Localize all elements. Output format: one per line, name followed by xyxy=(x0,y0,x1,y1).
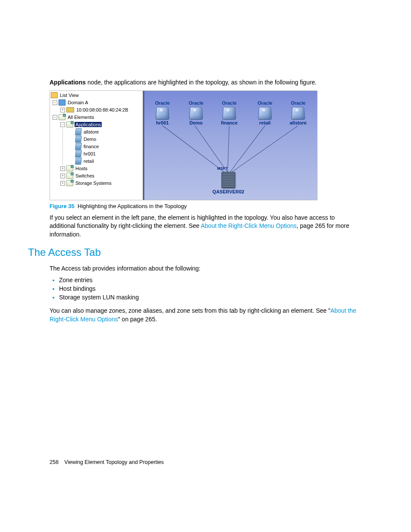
folder-icon xyxy=(66,173,73,179)
heading-access-tab: The Access Tab xyxy=(28,246,360,258)
link-right-click-menu-options[interactable]: About the Right-Click Menu Options xyxy=(201,222,297,229)
access-tab-closing: You can also manage zones, zone aliases,… xyxy=(50,307,360,324)
page-number: 258 xyxy=(50,459,59,465)
tree-hosts[interactable]: + Hosts xyxy=(50,165,143,172)
tree-all-elements[interactable]: − All Elements xyxy=(50,114,143,121)
collapse-icon[interactable]: − xyxy=(53,100,57,105)
tree-switch-wwn[interactable]: + 10:00:08:00:88:40:24:2B xyxy=(50,106,143,114)
database-icon xyxy=(156,107,170,120)
switch-icon xyxy=(66,107,74,112)
expand-icon[interactable]: + xyxy=(60,181,65,186)
folder-icon xyxy=(59,114,65,120)
topology-canvas[interactable]: Oracle hr001 Oracle Demo Oracle finance … xyxy=(143,91,317,200)
applications-bold: Applications xyxy=(50,79,86,86)
tree-app-finance[interactable]: finance xyxy=(50,143,143,150)
tree-view-panel[interactable]: List View − Domain A + 10:00:08:00:88:40… xyxy=(50,91,143,200)
tree-domain-a[interactable]: − Domain A xyxy=(50,99,143,106)
topology-node-allstore[interactable]: Oracle allstore xyxy=(283,100,313,125)
topology-node-hr001[interactable]: Oracle hr001 xyxy=(147,100,177,125)
domain-icon xyxy=(59,100,65,106)
server-name-label: QASERVER02 xyxy=(207,189,250,194)
database-icon xyxy=(291,107,305,120)
collapse-icon[interactable]: − xyxy=(53,115,57,120)
application-icon xyxy=(75,150,82,157)
tree-app-demo[interactable]: Demo xyxy=(50,136,143,143)
figure-35: List View − Domain A + 10:00:08:00:88:40… xyxy=(50,90,318,200)
folder-icon xyxy=(66,121,73,128)
chapter-title: Viewing Element Topology and Properties xyxy=(64,459,164,465)
list-item: Storage system LUN masking xyxy=(59,294,360,301)
database-icon xyxy=(258,107,272,120)
list-item: Host bindings xyxy=(59,285,360,292)
topology-edge xyxy=(227,125,265,176)
folder-icon xyxy=(66,180,73,186)
expand-icon[interactable]: + xyxy=(60,166,65,171)
paragraph-after-figure: If you select an element in the left pan… xyxy=(50,214,360,239)
tree-root[interactable]: List View xyxy=(50,92,143,99)
server-icon xyxy=(221,172,235,188)
collapse-icon[interactable]: − xyxy=(60,122,65,127)
tree-applications[interactable]: − Applications xyxy=(50,121,143,128)
tree-app-retail[interactable]: retail xyxy=(50,158,143,165)
topology-node-retail[interactable]: Oracle retail xyxy=(250,100,280,125)
tree-storage-systems[interactable]: + Storage Systems xyxy=(50,180,143,187)
topology-node-server[interactable]: QASERVER02 xyxy=(207,172,250,194)
figure-number: Figure 35 xyxy=(50,203,75,209)
application-icon xyxy=(75,136,82,143)
tree-app-allstore[interactable]: allstore xyxy=(50,128,143,136)
topology-node-demo[interactable]: Oracle Demo xyxy=(181,100,211,125)
expand-icon[interactable]: + xyxy=(60,174,65,178)
list-item: Zone entries xyxy=(59,277,360,283)
figure-caption-text: Highlighting the Applications in the Top… xyxy=(78,203,187,209)
application-icon xyxy=(75,158,82,165)
access-tab-bullets: Zone entries Host bindings Storage syste… xyxy=(50,277,360,301)
intro-rest: node, the applications are highlighted i… xyxy=(86,79,317,86)
list-view-icon xyxy=(51,92,58,98)
tree-switches[interactable]: + Switches xyxy=(50,172,143,180)
page-footer: 258 Viewing Element Topology and Propert… xyxy=(50,459,164,465)
server-vendor-badge: MSFT xyxy=(217,166,228,171)
application-icon xyxy=(75,128,82,135)
database-icon xyxy=(189,107,203,120)
tree-app-hr001[interactable]: hr001 xyxy=(50,150,143,158)
topology-node-finance[interactable]: Oracle finance xyxy=(214,100,244,125)
database-icon xyxy=(222,107,237,120)
application-icon xyxy=(75,143,82,150)
folder-icon xyxy=(66,165,73,171)
intro-paragraph: Applications node, the applications are … xyxy=(50,78,360,87)
expand-icon[interactable]: + xyxy=(60,108,65,112)
topology-edge xyxy=(227,125,299,175)
access-tab-intro: The Access tab provides information abou… xyxy=(50,264,360,273)
figure-caption: Figure 35 Highlighting the Applications … xyxy=(50,203,360,209)
